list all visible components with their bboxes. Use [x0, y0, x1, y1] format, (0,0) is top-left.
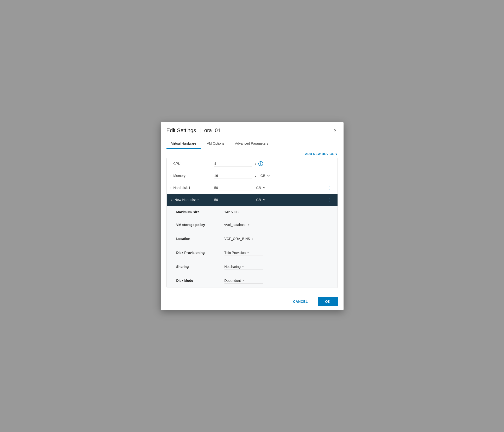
hard-disk-1-more-button[interactable]: ⋮: [326, 185, 334, 191]
location-dropdown[interactable]: VCF_ORA_BINS ∨: [225, 236, 263, 242]
hard-disk-1-unit-select[interactable]: GB MB TB: [254, 185, 266, 190]
hard-disk-1-value-area: GB MB TB: [214, 185, 326, 191]
hard-disk-1-label: Hard disk 1: [173, 186, 190, 190]
vm-storage-policy-dropdown[interactable]: vVol_database ∨: [225, 222, 263, 228]
sharing-row: Sharing No sharing ∨: [167, 260, 338, 274]
vm-storage-policy-label: VM storage policy: [176, 223, 225, 227]
hardware-section: › CPU ∨ i › Memory ∨: [166, 158, 338, 288]
new-hard-disk-label: New Hard disk *: [175, 198, 199, 202]
tabs-bar: Virtual Hardware VM Options Advanced Par…: [161, 138, 343, 149]
vm-name: ora_01: [204, 127, 221, 134]
disk-mode-chevron-icon: ∨: [242, 279, 244, 282]
disk-provisioning-value: Thin Provision: [225, 251, 246, 255]
toolbar: ADD NEW DEVICE ∨: [166, 149, 338, 158]
tab-advanced-parameters[interactable]: Advanced Parameters: [230, 138, 273, 149]
edit-settings-dialog: Edit Settings | ora_01 × Virtual Hardwar…: [161, 122, 343, 310]
hard-disk-1-value-input[interactable]: [214, 185, 252, 191]
tab-vm-options[interactable]: VM Options: [202, 138, 229, 149]
disk-mode-row: Disk Mode Dependent ∨: [167, 274, 338, 288]
new-hard-disk-value-area: GB MB TB: [214, 197, 326, 203]
sharing-dropdown[interactable]: No sharing ∨: [225, 264, 263, 270]
new-hard-disk-unit-select[interactable]: GB MB TB: [254, 197, 266, 202]
memory-value-input[interactable]: [214, 173, 252, 179]
new-hard-disk-chevron-icon: ∨: [171, 198, 173, 202]
vm-storage-policy-value: vVol_database: [225, 223, 247, 227]
sharing-label: Sharing: [176, 265, 225, 269]
maximum-size-label: Maximum Size: [176, 210, 225, 214]
new-hard-disk-more-button[interactable]: ⋮: [326, 197, 334, 203]
tab-virtual-hardware[interactable]: Virtual Hardware: [166, 138, 201, 149]
add-device-chevron: ∨: [335, 152, 338, 156]
title-separator: |: [199, 127, 201, 134]
cpu-chevron-icon: ›: [171, 162, 171, 165]
cpu-dropdown-arrow[interactable]: ∨: [254, 162, 256, 165]
new-hard-disk-row: ∨ New Hard disk * GB MB TB ⋮: [167, 194, 338, 206]
memory-label: Memory: [173, 174, 186, 178]
cpu-toggle[interactable]: › CPU: [171, 162, 214, 165]
add-device-label: ADD NEW DEVICE: [305, 152, 334, 156]
cancel-button[interactable]: CANCEL: [286, 297, 315, 306]
sharing-value: No sharing: [225, 265, 241, 269]
location-chevron-icon: ∨: [252, 237, 253, 240]
memory-unit-select[interactable]: GB MB: [259, 173, 270, 178]
ok-button[interactable]: OK: [318, 297, 338, 306]
memory-row: › Memory ∨ GB MB: [167, 170, 338, 182]
hard-disk-1-toggle[interactable]: › Hard disk 1: [171, 186, 214, 190]
memory-unit-dropdown-arrow[interactable]: ∨: [254, 174, 257, 178]
disk-mode-dropdown[interactable]: Dependent ∨: [225, 278, 263, 284]
disk-provisioning-label: Disk Provisioning: [176, 251, 225, 255]
new-hard-disk-toggle[interactable]: ∨ New Hard disk *: [171, 198, 214, 202]
vm-storage-policy-row: VM storage policy vVol_database ∨: [167, 218, 338, 232]
cpu-info-icon[interactable]: i: [258, 161, 263, 166]
dialog-body: ADD NEW DEVICE ∨ › CPU ∨ i: [161, 149, 343, 293]
cpu-value-area: ∨ i: [214, 161, 334, 167]
sharing-chevron-icon: ∨: [242, 265, 244, 268]
new-hard-disk-value-input[interactable]: [214, 197, 252, 203]
add-new-device-button[interactable]: ADD NEW DEVICE ∨: [305, 152, 338, 156]
cpu-value-input[interactable]: [214, 161, 252, 167]
vm-storage-policy-chevron-icon: ∨: [248, 223, 250, 226]
dialog-title: Edit Settings: [166, 127, 196, 134]
disk-provisioning-chevron-icon: ∨: [247, 251, 249, 254]
location-value: VCF_ORA_BINS: [225, 237, 250, 241]
dialog-footer: CANCEL OK: [161, 293, 343, 310]
disk-mode-label: Disk Mode: [176, 279, 225, 283]
maximum-size-row: Maximum Size 142.5 GB: [167, 206, 338, 218]
new-hard-disk-details: Maximum Size 142.5 GB VM storage policy …: [167, 206, 338, 288]
location-label: Location: [176, 237, 225, 241]
cpu-row: › CPU ∨ i: [167, 158, 338, 170]
maximum-size-value: 142.5 GB: [225, 210, 239, 214]
memory-chevron-icon: ›: [171, 174, 171, 177]
location-row: Location VCF_ORA_BINS ∨: [167, 232, 338, 246]
hard-disk-1-chevron-icon: ›: [171, 186, 171, 189]
memory-value-area: ∨ GB MB: [214, 173, 334, 179]
disk-provisioning-row: Disk Provisioning Thin Provision ∨: [167, 246, 338, 260]
dialog-header: Edit Settings | ora_01 ×: [161, 122, 343, 138]
memory-toggle[interactable]: › Memory: [171, 174, 214, 178]
disk-provisioning-dropdown[interactable]: Thin Provision ∨: [225, 250, 263, 256]
cpu-label: CPU: [173, 162, 181, 165]
close-button[interactable]: ×: [333, 127, 338, 134]
disk-mode-value: Dependent: [225, 279, 241, 283]
hard-disk-1-row: › Hard disk 1 GB MB TB ⋮: [167, 182, 338, 194]
